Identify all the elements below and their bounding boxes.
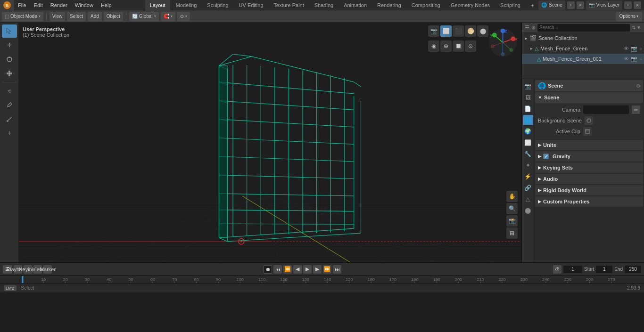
rigid-body-world-header[interactable]: ▶ Rigid Body World: [535, 185, 643, 195]
mode-selector[interactable]: ⬚ Object Mode ▾: [2, 12, 43, 21]
prop-tab-modifier[interactable]: 🔧: [523, 149, 533, 159]
snap-btn[interactable]: 🧲 ▾: [161, 12, 175, 21]
tool-move[interactable]: ✛: [2, 39, 17, 52]
tab-texture-paint[interactable]: Texture Paint: [269, 0, 309, 10]
audio-section-header[interactable]: ▶ Audio: [535, 174, 643, 184]
viewport-hand-btn[interactable]: ✋: [506, 191, 518, 202]
tab-modeling[interactable]: Modeling: [171, 0, 202, 10]
tool-measure[interactable]: [2, 113, 17, 126]
proportional-edit-btn[interactable]: ⊙: [465, 40, 476, 52]
outliner-mesh-fence-green-001[interactable]: △ Mesh_Fence_Green_001 👁 📷 ⬦: [522, 54, 644, 64]
prop-tab-physics[interactable]: ⚡: [523, 171, 533, 182]
render-visibility-icon[interactable]: 📷: [631, 46, 637, 52]
camera-edit-btn[interactable]: ✏: [632, 105, 640, 114]
tool-add[interactable]: +: [2, 127, 17, 140]
prop-tab-material[interactable]: ⬤: [523, 205, 533, 216]
tab-compositing[interactable]: Compositing: [407, 0, 445, 10]
transform-btn[interactable]: 🔄 Global ▾: [129, 12, 159, 21]
gravity-section-header[interactable]: ▶ ✓ Gravity: [535, 151, 643, 162]
material-btn[interactable]: ⬤: [477, 25, 488, 37]
scene-selector[interactable]: 🌐 Scene: [538, 0, 565, 10]
custom-props-header[interactable]: ▶ Custom Properties: [535, 196, 643, 207]
scene-collection-item[interactable]: ▸ 🎬 Scene Collection: [522, 33, 644, 43]
gravity-checkbox[interactable]: ✓: [543, 154, 549, 159]
tab-animation[interactable]: Animation: [339, 0, 372, 10]
viewport-camera-lock-btn[interactable]: 📸: [506, 215, 518, 227]
units-section-header[interactable]: ▶ Units: [535, 140, 643, 150]
wireframe-btn[interactable]: ⬜: [440, 25, 452, 37]
view-layer-selector[interactable]: 📷 View Layer: [586, 0, 622, 10]
rendered-btn[interactable]: 🌕: [465, 25, 476, 37]
frame-clock-btn[interactable]: ⏱: [553, 265, 561, 274]
overlay-btn[interactable]: ◉: [428, 40, 439, 52]
prop-tab-view-layer[interactable]: 📄: [523, 104, 533, 114]
next-frame-btn[interactable]: ▶: [313, 265, 322, 274]
gizmo-btn[interactable]: ⊕: [440, 40, 452, 52]
marker-btn[interactable]: Marker: [43, 265, 52, 274]
prop-tab-output[interactable]: 🖼: [523, 92, 533, 103]
tab-layout[interactable]: Layout: [145, 0, 170, 10]
current-frame-input[interactable]: [563, 266, 582, 273]
background-scene-icon-btn[interactable]: [585, 116, 593, 125]
start-frame-input[interactable]: [596, 266, 612, 273]
blender-logo[interactable]: B: [0, 0, 14, 10]
tab-add[interactable]: +: [526, 0, 538, 10]
select-icon[interactable]: ⬦: [639, 46, 642, 52]
tab-shading[interactable]: Shading: [310, 0, 338, 10]
visibility-icon[interactable]: 👁: [624, 46, 629, 52]
menu-window[interactable]: Window: [71, 0, 97, 10]
record-btn[interactable]: ⏺: [264, 265, 272, 274]
prop-tab-data[interactable]: △: [523, 194, 533, 204]
tool-cursor[interactable]: [2, 24, 17, 38]
prop-settings-btn[interactable]: ⚙: [636, 83, 640, 89]
view-layer-btn-1[interactable]: +: [624, 1, 632, 9]
outliner-filter-btn[interactable]: ▼: [636, 25, 641, 30]
camera-view-btn[interactable]: 📷: [428, 25, 439, 37]
end-frame-input[interactable]: [625, 266, 641, 273]
visibility-icon-001[interactable]: 👁: [624, 56, 629, 62]
outliner-sort-btn[interactable]: ⇅: [632, 25, 636, 30]
scene-btn-2[interactable]: ✕: [577, 1, 584, 9]
menu-edit[interactable]: Edit: [30, 0, 47, 10]
prop-tab-object[interactable]: ⬜: [523, 138, 533, 148]
proportional-btn[interactable]: ⊙ ▾: [177, 12, 190, 21]
prev-frame-btn[interactable]: ◀: [293, 265, 302, 274]
prop-tab-scene[interactable]: 🌐: [523, 115, 533, 125]
tool-rotate[interactable]: [2, 53, 17, 66]
viewport-3d[interactable]: User Perspective (1) Scene Collection: [19, 23, 521, 262]
options-btn[interactable]: Options ▾: [616, 12, 642, 21]
solid-btn[interactable]: ⬛: [453, 25, 464, 37]
tab-rendering[interactable]: Rendering: [372, 0, 406, 10]
select-icon-001[interactable]: ⬦: [639, 56, 642, 62]
outliner-search[interactable]: [537, 24, 630, 32]
tool-annotate[interactable]: [2, 98, 17, 112]
render-visibility-icon-001[interactable]: 📷: [631, 56, 637, 62]
skip-start-btn[interactable]: ⏮: [273, 265, 282, 274]
camera-value[interactable]: [583, 105, 629, 114]
snap-view-btn[interactable]: 🔲: [453, 40, 464, 52]
prop-tab-constraints[interactable]: 🔗: [523, 183, 533, 193]
viewport-region-btn[interactable]: ⊞: [506, 227, 518, 239]
scene-section-header[interactable]: ▼ Scene: [535, 92, 643, 103]
viewport-zoom-btn[interactable]: 🔍: [506, 203, 518, 214]
tab-uv-editing[interactable]: UV Editing: [234, 0, 268, 10]
tool-transform[interactable]: ⟲: [2, 84, 17, 97]
keying-sets-header[interactable]: ▶ Keying Sets: [535, 162, 643, 173]
menu-render[interactable]: Render: [47, 0, 71, 10]
prop-tab-render[interactable]: 📷: [523, 81, 533, 91]
object-menu[interactable]: Object: [104, 12, 123, 21]
active-clip-icon-btn[interactable]: [583, 127, 592, 136]
outliner-mesh-fence-green[interactable]: ▸ △ Mesh_Fence_Green 👁 📷 ⬦: [522, 43, 644, 54]
view-layer-btn-2[interactable]: ✕: [634, 1, 641, 9]
prev-keyframe-btn[interactable]: ⏪: [283, 265, 292, 274]
prop-tab-world[interactable]: 🌍: [523, 126, 533, 137]
tab-scripting[interactable]: Scripting: [495, 0, 525, 10]
tool-scale[interactable]: [2, 67, 17, 80]
scene-btn-1[interactable]: +: [567, 1, 575, 9]
play-btn[interactable]: ▶: [303, 265, 312, 274]
select-menu[interactable]: Select: [67, 12, 86, 21]
keying-btn[interactable]: Keying ▾: [24, 265, 32, 274]
view-menu[interactable]: View: [50, 12, 66, 21]
next-keyframe-btn[interactable]: ⏩: [323, 265, 331, 274]
menu-file[interactable]: File: [14, 0, 30, 10]
